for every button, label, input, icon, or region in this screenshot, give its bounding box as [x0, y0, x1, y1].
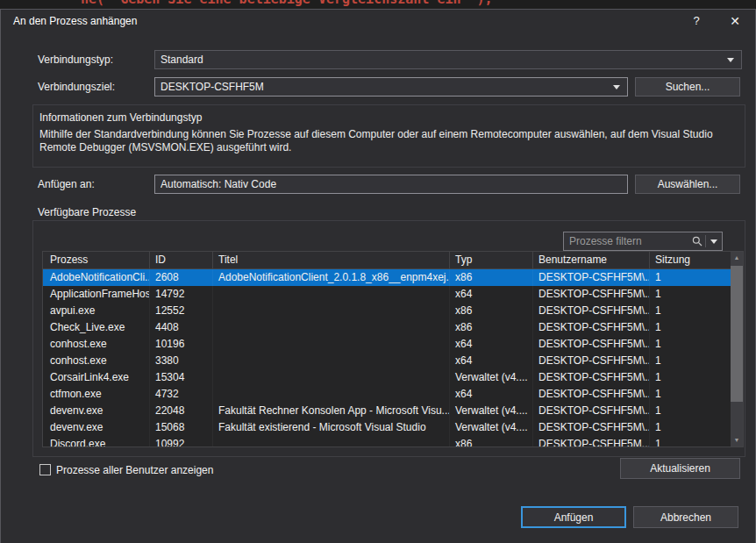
cell-user: DESKTOP-CSFHF5M\... — [533, 403, 650, 419]
cell-type: Verwaltet (v4.... — [450, 403, 533, 419]
connection-target-combo — [154, 77, 628, 96]
cell-title — [213, 286, 450, 303]
cell-title: Fakultät Rechner Konsolen App - Microsof… — [213, 403, 450, 419]
cell-session: 1 — [650, 419, 694, 436]
available-processes-group: Prozess ID Titel Typ Benutzername Sitzun… — [32, 220, 745, 457]
refresh-button[interactable]: Aktualisieren — [620, 458, 740, 479]
cell-id: 15304 — [150, 369, 213, 386]
cell-session: 1 — [650, 403, 694, 419]
cell-title — [213, 369, 450, 386]
cell-type: x64 — [450, 286, 533, 303]
column-header-filler — [694, 252, 731, 268]
cell-id: 2608 — [150, 269, 213, 286]
scrollbar-thumb[interactable] — [731, 266, 743, 402]
table-row[interactable]: Discord.exe10992x86DESKTOP-CSFHF5M...1 — [43, 436, 731, 447]
cell-title — [213, 436, 450, 447]
process-filter-input[interactable] — [564, 235, 689, 247]
cell-id: 14792 — [150, 286, 213, 303]
table-row[interactable]: ApplicationFrameHos...14792x64DESKTOP-CS… — [43, 286, 731, 303]
help-icon: ? — [693, 14, 699, 27]
attach-to-label: Anfügen an: — [38, 175, 95, 194]
cell-type: Verwaltet (v4.... — [450, 419, 533, 436]
filter-chevron-down-icon[interactable] — [706, 239, 722, 244]
cancel-button[interactable]: Abbrechen — [633, 506, 738, 528]
column-header-typ[interactable]: Typ — [450, 252, 533, 268]
cell-type: x86 — [450, 303, 533, 319]
connection-type-value: Standard — [160, 54, 203, 66]
cell-process: Check_Live.exe — [43, 319, 150, 336]
cell-id: 10992 — [150, 436, 213, 447]
cell-type: x64 — [450, 386, 533, 403]
cell-session: 1 — [650, 336, 694, 353]
search-icon[interactable] — [689, 236, 705, 246]
cell-session: 1 — [650, 269, 694, 286]
column-header-benutzername[interactable]: Benutzername — [533, 252, 650, 268]
connection-type-select[interactable]: Standard — [154, 50, 742, 69]
cell-title — [213, 303, 450, 319]
table-row[interactable]: avpui.exe12552x86DESKTOP-CSFHF5M\...1 — [43, 303, 731, 319]
dialog-titlebar[interactable]: An den Prozess anhängen ? ✕ — [1, 10, 755, 32]
column-header-titel[interactable]: Titel — [213, 252, 450, 268]
table-row[interactable]: devenv.exe22048Fakultät Rechner Konsolen… — [43, 403, 731, 419]
chevron-down-icon[interactable] — [613, 85, 620, 89]
process-table-header[interactable]: Prozess ID Titel Typ Benutzername Sitzun… — [43, 252, 731, 269]
column-header-sitzung[interactable]: Sitzung — [650, 252, 694, 268]
cell-title: AdobeNotificationClient_2.0.1.8_x86__enp… — [213, 269, 450, 286]
process-table: Prozess ID Titel Typ Benutzername Sitzun… — [42, 251, 744, 447]
table-row[interactable]: AdobeNotificationCli...2608AdobeNotifica… — [43, 269, 731, 286]
close-button[interactable]: ✕ — [720, 10, 750, 32]
chevron-down-icon — [727, 58, 734, 62]
cell-title — [213, 319, 450, 336]
cell-session: 1 — [650, 286, 694, 303]
scroll-up-icon[interactable]: ▲ — [731, 252, 743, 264]
cell-title — [213, 336, 450, 353]
select-button[interactable]: Auswählen... — [635, 175, 740, 194]
cell-title — [213, 386, 450, 403]
process-table-body: AdobeNotificationCli...2608AdobeNotifica… — [43, 269, 731, 447]
cell-user: DESKTOP-CSFHF5M... — [533, 436, 650, 447]
cell-session: 1 — [650, 369, 694, 386]
show-all-users-checkbox[interactable] — [39, 464, 51, 475]
cell-process: devenv.exe — [43, 419, 150, 436]
table-row[interactable]: ctfmon.exe4732x64DESKTOP-CSFHF5M\...1 — [43, 386, 731, 403]
table-row[interactable]: conhost.exe3380x64DESKTOP-CSFHF5M\...1 — [43, 353, 731, 369]
find-button[interactable]: Suchen... — [635, 77, 740, 96]
cell-type: x86 — [450, 319, 533, 336]
dialog-title: An den Prozess anhängen — [13, 10, 137, 32]
cell-id: 3380 — [150, 353, 213, 369]
cell-user: DESKTOP-CSFHF5M\... — [533, 369, 650, 386]
cell-type: x64 — [450, 353, 533, 369]
attach-button[interactable]: Anfügen — [521, 506, 626, 528]
cell-user: DESKTOP-CSFHF5M\... — [533, 319, 650, 336]
column-header-id[interactable]: ID — [150, 252, 213, 268]
process-filter — [563, 232, 723, 251]
close-icon: ✕ — [730, 14, 740, 28]
cell-user: DESKTOP-CSFHF5M\... — [533, 353, 650, 369]
table-row[interactable]: CorsairLink4.exe15304Verwaltet (v4....DE… — [43, 369, 731, 386]
cell-process: devenv.exe — [43, 403, 150, 419]
connection-info-text: Mithilfe der Standardverbindung können S… — [39, 128, 720, 154]
column-header-prozess[interactable]: Prozess — [43, 252, 150, 268]
cell-user: DESKTOP-CSFHF5M\... — [533, 419, 650, 436]
vertical-scrollbar[interactable]: ▲ ▼ — [731, 252, 743, 447]
cell-process: avpui.exe — [43, 303, 150, 319]
scroll-down-icon[interactable]: ▼ — [731, 434, 743, 447]
cell-user: DESKTOP-CSFHF5M\... — [533, 336, 650, 353]
table-row[interactable]: devenv.exe15068Fakultät existierend - Mi… — [43, 419, 731, 436]
table-row[interactable]: conhost.exe10196x64DESKTOP-CSFHF5M\...1 — [43, 336, 731, 353]
attach-to-process-dialog: An den Prozess anhängen ? ✕ Verbindungst… — [0, 9, 756, 543]
cell-user: DESKTOP-CSFHF5M\... — [533, 286, 650, 303]
cell-process: CorsairLink4.exe — [43, 369, 150, 386]
cell-session: 1 — [650, 353, 694, 369]
help-button[interactable]: ? — [681, 10, 711, 32]
cell-type: x86 — [450, 436, 533, 447]
attach-to-input[interactable] — [155, 175, 627, 193]
cell-process: ctfmon.exe — [43, 386, 150, 403]
cell-id: 4408 — [150, 319, 213, 336]
connection-target-input[interactable] — [155, 78, 613, 96]
connection-info-title: Informationen zum Verbindungstyp — [39, 111, 202, 124]
cell-user: DESKTOP-CSFHF5M\... — [533, 303, 650, 319]
table-row[interactable]: Check_Live.exe4408x86DESKTOP-CSFHF5M\...… — [43, 319, 731, 336]
cell-id: 22048 — [150, 403, 213, 419]
cell-type: x64 — [450, 336, 533, 353]
